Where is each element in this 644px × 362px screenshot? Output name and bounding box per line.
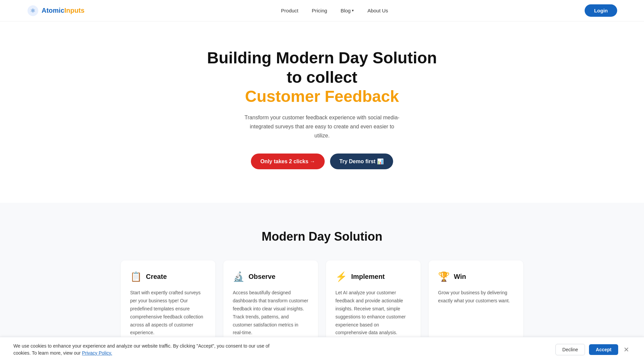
feature-observe-title: Observe (249, 273, 275, 281)
nav-blog[interactable]: Blog ▾ (340, 8, 354, 13)
feature-implement-title: Implement (351, 273, 385, 281)
privacy-policy-link[interactable]: Privacy Policy. (82, 350, 112, 356)
feature-observe-desc: Access beautifully designed dashboards t… (233, 289, 309, 337)
feature-implement-desc: Let AI analyze your customer feedback an… (335, 289, 411, 337)
feature-create-title: Create (146, 273, 167, 281)
navbar: ⚛ AtomicInputs Product Pricing Blog ▾ Ab… (0, 0, 644, 21)
cookie-text: We use cookies to enhance your experienc… (13, 343, 275, 357)
features-section-title: Modern Day Solution (13, 230, 631, 244)
blog-chevron-icon: ▾ (352, 8, 354, 13)
close-cookie-button[interactable]: ✕ (622, 344, 631, 355)
logo-atomic-text: Atomic (42, 7, 64, 14)
hero-subtitle: Transform your customer feedback experie… (241, 113, 402, 140)
feature-win-desc: Grow your business by delivering exactly… (438, 289, 514, 305)
only-takes-2-clicks-button[interactable]: Only takes 2 clicks → (251, 154, 325, 169)
decline-button[interactable]: Decline (555, 344, 585, 355)
hero-title: Building Modern Day Solution to collect … (205, 48, 439, 106)
feature-create-desc: Start with expertly crafted surveys per … (130, 289, 206, 337)
try-demo-button[interactable]: Try Demo first 📊 (330, 154, 393, 169)
logo-icon: ⚛ (27, 5, 39, 17)
cookie-actions: Decline Accept ✕ (555, 344, 631, 355)
cookie-banner: We use cookies to enhance your experienc… (0, 337, 644, 362)
observe-icon: 🔬 (233, 271, 245, 282)
nav-pricing[interactable]: Pricing (312, 8, 327, 13)
nav-product[interactable]: Product (281, 8, 299, 13)
hero-section: Building Modern Day Solution to collect … (0, 21, 644, 203)
hero-title-accent: Customer Feedback (205, 87, 439, 106)
win-icon: 🏆 (438, 271, 450, 282)
nav-links: Product Pricing Blog ▾ About Us (281, 8, 388, 13)
create-icon: 📋 (130, 271, 142, 282)
logo-inputs-text: Inputs (64, 7, 85, 14)
implement-icon: ⚡ (335, 271, 347, 282)
close-icon: ✕ (624, 346, 629, 353)
hero-buttons: Only takes 2 clicks → Try Demo first 📊 (251, 154, 393, 169)
svg-text:⚛: ⚛ (30, 7, 36, 14)
logo[interactable]: ⚛ AtomicInputs (27, 5, 85, 17)
accept-button[interactable]: Accept (589, 344, 618, 355)
nav-about[interactable]: About Us (367, 8, 388, 13)
feature-win-title: Win (454, 273, 466, 281)
login-button[interactable]: Login (585, 4, 617, 17)
